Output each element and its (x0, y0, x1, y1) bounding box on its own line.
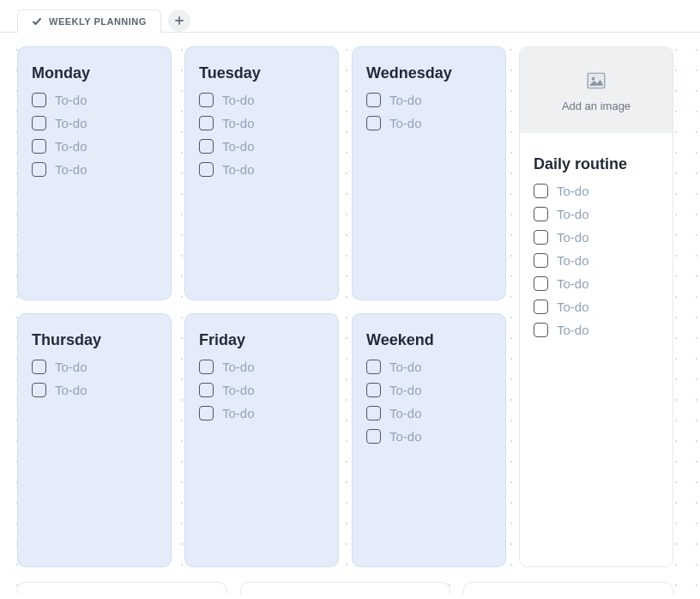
todo-item[interactable]: To-do (199, 139, 324, 154)
tab-label: WEEKLY PLANNING (49, 16, 147, 27)
todo-item[interactable]: To-do (199, 383, 324, 397)
todo-item[interactable]: To-do (32, 116, 157, 130)
todo-label: To-do (55, 139, 88, 154)
checkbox-icon[interactable] (366, 383, 381, 397)
todo-item[interactable]: To-do (32, 360, 157, 374)
card-title: Weekend (366, 331, 492, 349)
checkbox-icon[interactable] (32, 139, 46, 154)
todo-label: To-do (55, 383, 88, 397)
todo-item[interactable]: To-do (32, 383, 157, 397)
checkbox-icon[interactable] (366, 93, 381, 107)
checkbox-icon[interactable] (366, 360, 381, 374)
checkbox-icon[interactable] (199, 116, 214, 130)
todo-item[interactable]: To-do (366, 429, 492, 444)
checkbox-icon[interactable] (32, 162, 46, 177)
checkbox-icon[interactable] (199, 139, 214, 154)
card-title: Thursday (32, 331, 157, 349)
card-title: Wednesday (366, 64, 492, 82)
todo-item[interactable]: To-do (534, 276, 659, 291)
card-weekend[interactable]: Weekend To-do To-do To-do To-do (352, 313, 506, 567)
tab-bar: WEEKLY PLANNING (0, 0, 700, 33)
todo-item[interactable]: To-do (199, 93, 324, 107)
checkbox-icon[interactable] (32, 116, 46, 130)
todo-item[interactable]: To-do (199, 162, 324, 177)
todo-item[interactable]: To-do (199, 116, 324, 130)
todo-label: To-do (55, 360, 88, 374)
card-title: Daily routine (534, 155, 659, 173)
checkbox-icon[interactable] (534, 323, 548, 337)
todo-label: To-do (389, 360, 422, 374)
svg-point-4 (592, 76, 595, 80)
todo-label: To-do (557, 207, 589, 221)
checkbox-icon[interactable] (32, 383, 46, 397)
todo-item[interactable]: To-do (366, 116, 492, 130)
todo-label: To-do (557, 184, 589, 198)
card-tuesday[interactable]: Tuesday To-do To-do To-do To-do (184, 46, 339, 300)
todo-item[interactable]: To-do (534, 300, 659, 314)
tab-weekly-planning[interactable]: WEEKLY PLANNING (17, 9, 161, 33)
todo-item[interactable]: To-do (366, 383, 492, 397)
checkbox-icon[interactable] (366, 429, 381, 444)
todo-item[interactable]: To-do (534, 253, 659, 268)
bottom-row (17, 582, 673, 594)
card-partial[interactable] (17, 582, 227, 594)
checkbox-icon[interactable] (199, 93, 214, 107)
todo-item[interactable]: To-do (534, 207, 659, 221)
todo-item[interactable]: To-do (534, 323, 659, 337)
add-image-area[interactable]: Add an image (520, 47, 673, 133)
todo-label: To-do (222, 383, 255, 397)
card-daily-routine[interactable]: Add an image Daily routine To-do To-do T… (519, 46, 673, 567)
todo-item[interactable]: To-do (534, 230, 659, 245)
card-wednesday[interactable]: Wednesday To-do To-do (352, 46, 506, 300)
add-tab-button[interactable] (168, 9, 190, 32)
todo-label: To-do (222, 139, 255, 154)
todo-label: To-do (557, 230, 589, 245)
card-friday[interactable]: Friday To-do To-do To-do (184, 313, 339, 567)
todo-label: To-do (389, 429, 422, 444)
todo-label: To-do (389, 116, 422, 130)
todo-item[interactable]: To-do (32, 162, 157, 177)
todo-item[interactable]: To-do (199, 360, 324, 374)
todo-label: To-do (557, 276, 589, 291)
todo-item[interactable]: To-do (534, 184, 659, 198)
todo-label: To-do (389, 406, 422, 421)
todo-item[interactable]: To-do (199, 406, 324, 421)
card-title: Tuesday (199, 64, 324, 82)
checkbox-icon[interactable] (32, 360, 46, 374)
todo-item[interactable]: To-do (366, 406, 492, 421)
todo-label: To-do (55, 93, 88, 107)
todo-label: To-do (557, 253, 589, 268)
checkbox-icon[interactable] (534, 253, 548, 268)
todo-label: To-do (557, 323, 589, 337)
card-partial[interactable] (463, 582, 673, 594)
checkbox-icon[interactable] (366, 406, 381, 421)
todo-label: To-do (222, 406, 255, 421)
todo-label: To-do (222, 360, 255, 374)
todo-label: To-do (55, 116, 88, 130)
todo-item[interactable]: To-do (32, 139, 157, 154)
card-thursday[interactable]: Thursday To-do To-do (17, 313, 172, 567)
todo-label: To-do (222, 116, 255, 130)
checkbox-icon[interactable] (366, 116, 381, 130)
todo-item[interactable]: To-do (32, 93, 157, 107)
checkbox-icon[interactable] (199, 360, 214, 374)
card-partial[interactable] (240, 582, 450, 594)
image-icon (584, 69, 608, 93)
checkbox-icon[interactable] (534, 300, 548, 314)
canvas[interactable]: Monday To-do To-do To-do To-do Tuesday T… (0, 33, 700, 599)
card-title: Friday (199, 331, 324, 349)
todo-item[interactable]: To-do (366, 93, 492, 107)
todo-label: To-do (222, 162, 255, 177)
card-monday[interactable]: Monday To-do To-do To-do To-do (17, 46, 172, 300)
todo-label: To-do (557, 300, 589, 314)
checkbox-icon[interactable] (534, 230, 548, 245)
checkbox-icon[interactable] (199, 406, 214, 421)
todo-item[interactable]: To-do (366, 360, 492, 374)
checkbox-icon[interactable] (534, 207, 548, 221)
checkbox-icon[interactable] (199, 162, 214, 177)
checkbox-icon[interactable] (534, 184, 548, 198)
card-title: Monday (32, 64, 157, 82)
checkbox-icon[interactable] (534, 276, 548, 291)
checkbox-icon[interactable] (32, 93, 46, 107)
checkbox-icon[interactable] (199, 383, 214, 397)
